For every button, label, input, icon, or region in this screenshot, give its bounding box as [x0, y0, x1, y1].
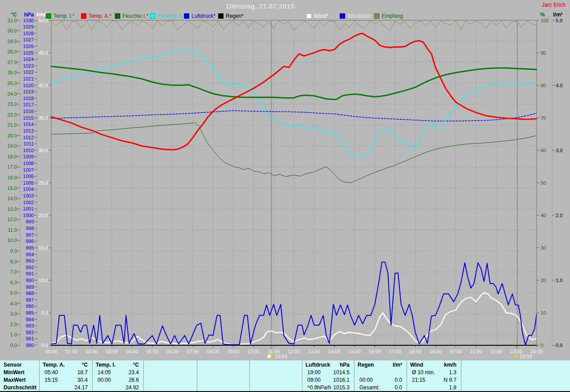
- weather-chart-app: Dienstag, 21.07.2015 Jarz Erich °ChPakm/…: [0, 0, 570, 392]
- legend-item-temp-i-[interactable]: Temp. I.*: [46, 13, 74, 19]
- tick-label-temp: 15.0: [1, 186, 17, 191]
- x-tick-label: 07:00: [184, 349, 202, 354]
- tick-label-rain: 2.0: [556, 213, 569, 218]
- tick-label-percent: 10: [541, 311, 554, 315]
- tick-label-speed: 50.0: [33, 18, 48, 23]
- table-divider: [407, 360, 407, 391]
- x-tick-label: 16:00: [366, 349, 384, 354]
- legend-item-feuchte-i-[interactable]: Feuchte I.*: [115, 13, 148, 19]
- table-row-label: MaxWert: [4, 377, 48, 383]
- tick-label-pressure: 1013: [19, 129, 34, 133]
- legend-item-windb-en[interactable]: Windböen: [340, 13, 371, 19]
- tick-label-temp: 12.0: [1, 217, 17, 222]
- x-tick-label: 06:00: [164, 349, 182, 354]
- tick-label-pressure: 1002: [19, 200, 34, 205]
- table-row-label: Sensor: [4, 362, 48, 368]
- tick-label-percent: 40: [541, 213, 554, 218]
- tick-label-pressure: 1009: [19, 154, 34, 159]
- tick-label-pressure: 987: [19, 298, 34, 303]
- tick-label-pressure: 1011: [19, 141, 34, 146]
- tick-label-pressure: 1014: [19, 122, 34, 127]
- table-row-label: Durchschnitt: [4, 384, 48, 391]
- tick-label-temp: 6.0: [1, 280, 17, 285]
- x-tick-label: 03:00: [103, 349, 121, 354]
- x-tick-label: 00:00: [42, 349, 60, 354]
- table-divider: [92, 360, 93, 391]
- tick-label-speed: 30.0: [33, 148, 48, 153]
- table-divider: [197, 360, 197, 391]
- tick-label-temp: 14.0: [1, 196, 17, 201]
- tick-label-temp: 21.0: [1, 123, 17, 128]
- legend-item-temp-a-[interactable]: Temp. A.*: [81, 13, 111, 19]
- tick-label-temp: 19.0: [1, 144, 17, 149]
- axis-unit-percent: %: [540, 12, 554, 18]
- legend-item-luftdruck-[interactable]: Luftdruck*: [184, 13, 216, 19]
- tick-label-temp: 0.0: [1, 343, 17, 348]
- table-cell-value: 24.17: [43, 384, 88, 391]
- tick-label-percent: 90: [541, 51, 554, 56]
- table-col-unit: km/h: [410, 362, 456, 368]
- table-cell-value: 30.4: [43, 377, 88, 383]
- tick-label-percent: 60: [541, 148, 554, 153]
- table-divider: [249, 360, 250, 391]
- tick-label-pressure: 991: [19, 271, 34, 276]
- x-tick-label: 15:00: [346, 349, 363, 354]
- tick-label-pressure: 1020: [19, 83, 34, 88]
- tick-label-pressure: 1008: [19, 161, 34, 166]
- tick-label-pressure: 1025: [19, 51, 34, 56]
- x-tick-label: 09:00: [224, 349, 242, 354]
- tick-label-pressure: 1015: [19, 116, 34, 121]
- tick-label-speed: 40.0: [33, 83, 48, 88]
- chart-plot[interactable]: [0, 0, 570, 360]
- table-cell-value: 18.7: [43, 369, 88, 376]
- x-tick-label: 13:00: [305, 349, 323, 354]
- tick-label-temp: 29.0: [1, 39, 17, 44]
- tick-label-pressure: 1026: [19, 44, 34, 49]
- tick-label-temp: 8.0: [1, 259, 17, 264]
- tick-label-pressure: 1027: [19, 37, 34, 42]
- tick-label-pressure: 1028: [19, 31, 34, 36]
- tick-label-temp: 30.0: [1, 28, 17, 33]
- table-cell-value: 1.8: [410, 384, 456, 391]
- tick-label-temp: 25.0: [1, 81, 17, 86]
- legend-label: Luftdruck*: [191, 13, 216, 19]
- table-col-unit: °C: [43, 362, 88, 368]
- x-tick-label: 19:00: [427, 349, 444, 354]
- table-cell-value: 1016.1: [305, 377, 350, 383]
- down-arrow-icon: [514, 355, 518, 359]
- tick-label-temp: 10.0: [1, 238, 17, 243]
- axis-unit-temp: °C: [2, 12, 17, 18]
- legend-label: Windböen: [347, 13, 371, 19]
- legend-item-empfang[interactable]: Empfang: [374, 13, 403, 19]
- legend-swatch-icon: [81, 13, 86, 19]
- tick-label-speed: 15.0: [33, 246, 48, 251]
- legend-swatch-icon: [115, 13, 120, 19]
- table-divider: [354, 360, 354, 391]
- table-cell-value: 23.4: [96, 369, 139, 376]
- legend-item-regen-[interactable]: Regen*: [218, 13, 244, 19]
- table-col-unit: hPa: [305, 362, 350, 368]
- tick-label-pressure: 981: [19, 336, 34, 341]
- tick-label-percent: 50: [541, 181, 554, 186]
- table-cell-value: 1015.3: [305, 384, 350, 391]
- tick-label-pressure: 1017: [19, 102, 34, 107]
- axis-unit-rain: l/m²: [553, 12, 568, 18]
- tick-label-pressure: 985: [19, 311, 34, 315]
- tick-label-temp: 20.0: [1, 133, 17, 138]
- tick-label-pressure: 1018: [19, 96, 34, 101]
- tick-label-pressure: 1030: [19, 18, 34, 23]
- legend-label: Wind*: [314, 13, 328, 19]
- tick-label-percent: 0: [541, 343, 554, 348]
- tick-label-temp: 11.0: [1, 228, 17, 233]
- marker-23-03: 23:03: [514, 354, 532, 359]
- x-tick-label: 17:00: [386, 349, 404, 354]
- legend-swatch-icon: [184, 13, 189, 19]
- tick-label-pressure: 984: [19, 317, 34, 322]
- tick-label-pressure: 994: [19, 252, 34, 257]
- tick-label-pressure: 989: [19, 285, 34, 290]
- tick-label-percent: 70: [541, 116, 554, 121]
- tick-label-speed: 25.0: [33, 181, 48, 186]
- legend-item-wind-[interactable]: Wind*: [306, 13, 328, 19]
- legend-item-feuchte-a-[interactable]: Feuchte A.*: [150, 13, 185, 19]
- legend-swatch-icon: [306, 13, 312, 19]
